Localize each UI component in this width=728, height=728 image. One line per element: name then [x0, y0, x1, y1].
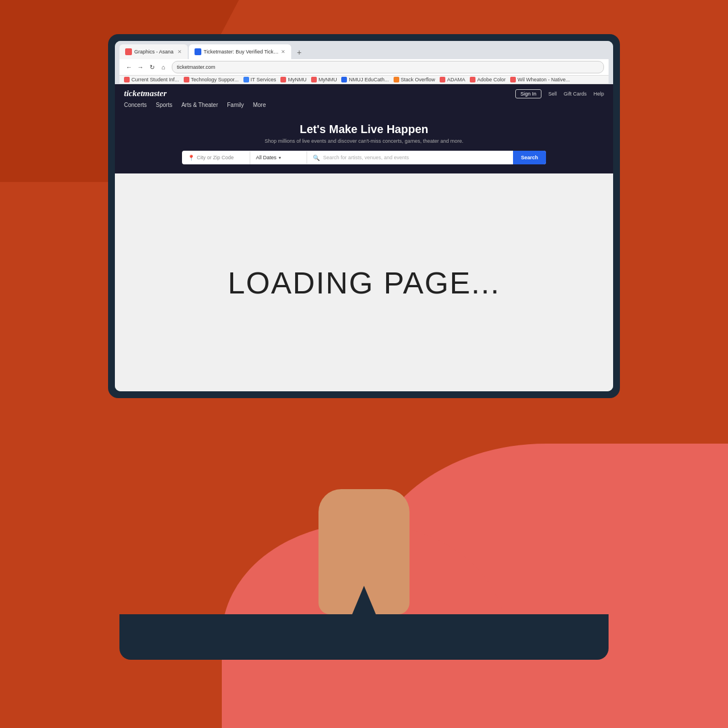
bookmark-label-5: NMUJ EduCath...: [349, 77, 388, 82]
bookmark-6[interactable]: Stack Overflow: [394, 77, 436, 82]
tab-favicon-asana: [125, 48, 132, 55]
bookmark-label-9: Wil Wheaton - Native...: [518, 77, 570, 82]
bookmark-favicon-2: [243, 77, 249, 82]
header-top-links: Sign In Sell Gift Cards Help: [515, 89, 604, 98]
main-nav: Concerts Sports Arts & Theater Family Mo…: [124, 102, 604, 111]
bookmark-favicon-9: [510, 77, 516, 82]
bookmark-favicon-5: [341, 77, 347, 82]
address-text: ticketmaster.com: [177, 64, 216, 70]
address-bar-row: ← → ↻ ⌂ ticketmaster.com: [119, 59, 609, 76]
header-top-bar: ticketmaster Sign In Sell Gift Cards Hel…: [124, 89, 604, 98]
bookmark-label-4: MyNMU: [318, 77, 337, 82]
bookmark-label-1: Technology Suppor...: [191, 77, 239, 82]
search-button[interactable]: Search: [513, 151, 546, 164]
ticketmaster-logo[interactable]: ticketmaster: [124, 89, 167, 98]
hero-subtitle: Shop millions of live events and discove…: [124, 138, 604, 144]
tab-ticketmaster[interactable]: Ticketmaster: Buy Verified Ticket... ✕: [189, 44, 291, 59]
bookmark-7[interactable]: ADAMA: [440, 77, 465, 82]
nav-arrows: ← → ↻ ⌂: [124, 62, 168, 72]
nav-family[interactable]: Family: [227, 102, 243, 111]
search-bar: 📍 City or Zip Code All Dates ▾ 🔍 Search …: [182, 151, 546, 164]
loading-text: LOADING PAGE...: [228, 265, 500, 300]
nav-arts-theater[interactable]: Arts & Theater: [181, 102, 218, 111]
tab-label-ticketmaster: Ticketmaster: Buy Verified Ticket...: [204, 49, 279, 55]
screen-bezel: Graphics - Asana ✕ Ticketmaster: Buy Ver…: [115, 41, 613, 391]
back-button[interactable]: ←: [124, 62, 134, 72]
laptop-screen: Graphics - Asana ✕ Ticketmaster: Buy Ver…: [108, 34, 620, 398]
search-placeholder: Search for artists, venues, and events: [323, 155, 409, 160]
browser-chrome: Graphics - Asana ✕ Ticketmaster: Buy Ver…: [115, 41, 613, 84]
ticketmaster-header: ticketmaster Sign In Sell Gift Cards Hel…: [115, 84, 613, 111]
location-input[interactable]: 📍 City or Zip Code: [182, 151, 250, 164]
date-selector[interactable]: All Dates ▾: [250, 151, 307, 164]
bookmark-favicon-1: [184, 77, 189, 82]
tab-label-asana: Graphics - Asana: [134, 49, 175, 55]
bookmark-favicon-8: [470, 77, 475, 82]
bookmark-favicon-7: [440, 77, 445, 82]
location-icon: 📍: [188, 155, 195, 161]
bookmarks-bar: Current Student Inf... Technology Suppor…: [119, 76, 609, 84]
home-button[interactable]: ⌂: [158, 62, 168, 72]
bookmark-favicon-4: [311, 77, 317, 82]
nav-more[interactable]: More: [253, 102, 266, 111]
search-input-wrap[interactable]: 🔍 Search for artists, venues, and events: [307, 151, 513, 164]
page-body: LOADING PAGE...: [115, 173, 613, 391]
bookmark-1[interactable]: Technology Suppor...: [184, 77, 239, 82]
gift-cards-link[interactable]: Gift Cards: [564, 91, 587, 97]
hero-section: Let's Make Live Happen Shop millions of …: [115, 111, 613, 173]
bookmark-favicon-3: [280, 77, 286, 82]
hero-title: Let's Make Live Happen: [124, 123, 604, 136]
forward-button[interactable]: →: [135, 62, 146, 72]
bookmark-label-3: MyNMU: [288, 77, 307, 82]
tabs-row: Graphics - Asana ✕ Ticketmaster: Buy Ver…: [119, 44, 609, 59]
bookmark-favicon-0: [124, 77, 130, 82]
bookmark-label-6: Stack Overflow: [401, 77, 436, 82]
bookmark-5[interactable]: NMUJ EduCath...: [341, 77, 388, 82]
bookmark-favicon-6: [394, 77, 399, 82]
bookmark-2[interactable]: IT Services: [243, 77, 276, 82]
address-bar[interactable]: ticketmaster.com: [172, 61, 604, 73]
sign-in-button[interactable]: Sign In: [515, 89, 541, 98]
site-content: ticketmaster Sign In Sell Gift Cards Hel…: [115, 84, 613, 391]
search-icon: 🔍: [313, 155, 320, 161]
tab-favicon-ticketmaster: [195, 48, 201, 55]
sell-link[interactable]: Sell: [548, 91, 557, 97]
new-tab-button[interactable]: +: [292, 46, 306, 59]
tab-asana[interactable]: Graphics - Asana ✕: [119, 44, 188, 59]
nav-sports[interactable]: Sports: [156, 102, 172, 111]
bookmark-label-7: ADAMA: [447, 77, 465, 82]
refresh-button[interactable]: ↻: [147, 62, 157, 72]
bookmark-label-8: Adobe Color: [477, 77, 506, 82]
laptop-base: [119, 614, 609, 660]
bookmark-3[interactable]: MyNMU: [280, 77, 307, 82]
bookmark-label-0: Current Student Inf...: [131, 77, 179, 82]
bookmark-9[interactable]: Wil Wheaton - Native...: [510, 77, 570, 82]
bookmark-0[interactable]: Current Student Inf...: [124, 77, 179, 82]
help-link[interactable]: Help: [593, 91, 604, 97]
tab-close-ticketmaster[interactable]: ✕: [281, 49, 286, 55]
date-label: All Dates: [256, 155, 276, 160]
tab-close-asana[interactable]: ✕: [177, 49, 182, 55]
nav-concerts[interactable]: Concerts: [124, 102, 147, 111]
date-chevron-icon: ▾: [279, 155, 281, 160]
hand-illustration: [318, 489, 410, 614]
location-placeholder: City or Zip Code: [197, 155, 234, 160]
bookmark-4[interactable]: MyNMU: [311, 77, 337, 82]
bookmark-8[interactable]: Adobe Color: [470, 77, 506, 82]
bookmark-label-2: IT Services: [251, 77, 276, 82]
